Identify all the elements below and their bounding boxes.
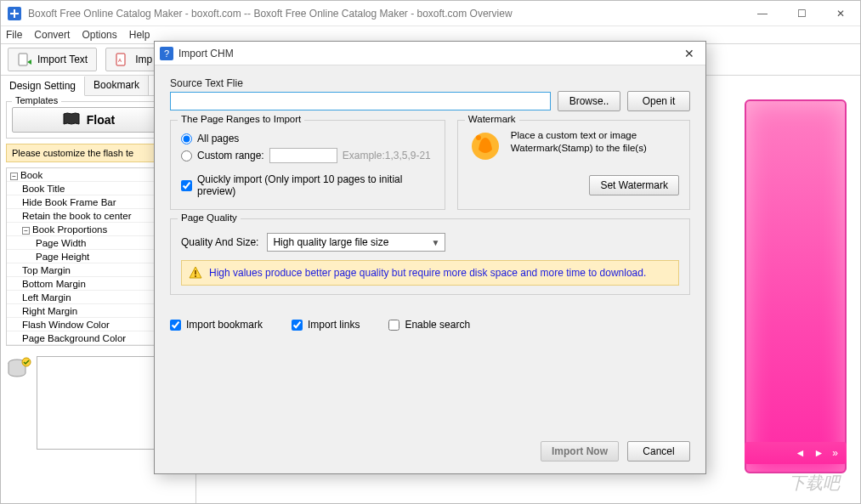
dialog-title: Import CHM <box>178 48 678 59</box>
quick-import-checkbox[interactable]: Quickly import (Only import 10 pages to … <box>181 173 434 197</box>
tab-design-setting[interactable]: Design Setting <box>1 76 85 96</box>
svg-rect-2 <box>14 9 15 18</box>
watermark-group: Watermark Place a custom text or image W… <box>457 120 690 210</box>
watermark-brand: 下载吧 <box>789 472 840 495</box>
dialog-help-icon: ? <box>160 47 173 60</box>
browse-button[interactable]: Browse.. <box>558 91 620 111</box>
tree-bottom-margin[interactable]: Bottom Margin <box>7 279 161 289</box>
tree-right-margin[interactable]: Right Margin <box>7 306 161 316</box>
import-text-button[interactable]: Import Text <box>8 48 97 71</box>
titlebar: Boxoft Free Online Catalog Maker - boxof… <box>1 1 860 26</box>
quality-size-select[interactable]: High quality large file size ▼ <box>267 233 445 252</box>
page-quality-group: Page Quality Quality And Size: High qual… <box>170 218 690 295</box>
svg-text:A: A <box>118 58 122 63</box>
dialog-titlebar: ? Import CHM ✕ <box>155 42 705 65</box>
quality-size-label: Quality And Size: <box>181 236 258 248</box>
flipbook-preview[interactable] <box>745 99 847 473</box>
watermark-description: Place a custom text or image Watermark(S… <box>511 129 647 155</box>
custom-range-input[interactable] <box>269 148 337 163</box>
watermark-icon <box>468 129 502 163</box>
svg-point-9 <box>476 135 481 140</box>
import-bookmark-checkbox[interactable]: Import bookmark <box>170 319 263 331</box>
import-pdf-icon: A <box>115 52 130 67</box>
app-icon <box>8 7 21 20</box>
tree-hide-frame[interactable]: Hide Book Frame Bar <box>7 197 161 207</box>
tree-page-bg[interactable]: Page Background Color <box>7 333 161 343</box>
tree-book-title[interactable]: Book Title <box>7 184 161 194</box>
minimize-button[interactable]: ― <box>743 1 782 26</box>
import-links-checkbox[interactable]: Import links <box>292 319 360 331</box>
tree-page-height[interactable]: Page Height <box>7 252 161 262</box>
svg-rect-10 <box>195 270 196 275</box>
open-it-button[interactable]: Open it <box>627 91 690 111</box>
maximize-button[interactable]: ☐ <box>782 1 821 26</box>
import-text-icon <box>17 52 32 67</box>
svg-rect-11 <box>195 275 196 277</box>
custom-range-example: Example:1,3,5,9-21 <box>343 150 431 161</box>
next-page-icon[interactable]: ► <box>813 447 824 459</box>
import-now-button[interactable]: Import Now <box>541 441 619 462</box>
page-ranges-legend: The Page Ranges to Import <box>178 114 304 124</box>
window-title: Boxoft Free Online Catalog Maker - boxof… <box>28 8 743 20</box>
quality-info-banner: High values produce better page quality … <box>181 260 679 286</box>
cancel-button[interactable]: Cancel <box>627 441 690 462</box>
template-select-button[interactable]: Float <box>12 107 166 133</box>
import-chm-dialog: ? Import CHM ✕ Source Text Flie Browse..… <box>154 41 706 474</box>
enable-search-checkbox[interactable]: Enable search <box>388 319 470 331</box>
page-ranges-group: The Page Ranges to Import All pages Cust… <box>170 120 445 210</box>
tree-book[interactable]: Book <box>20 170 42 180</box>
menu-convert[interactable]: Convert <box>34 29 70 41</box>
last-page-icon[interactable]: » <box>832 447 838 459</box>
chevron-down-icon: ▼ <box>431 238 439 247</box>
tab-bookmark[interactable]: Bookmark <box>85 76 149 95</box>
menu-file[interactable]: File <box>6 29 22 41</box>
warning-icon <box>189 266 202 280</box>
menu-help[interactable]: Help <box>129 29 150 41</box>
source-file-input[interactable] <box>170 92 551 110</box>
menu-options[interactable]: Options <box>82 29 116 41</box>
tree-retain[interactable]: Retain the book to center <box>7 211 161 221</box>
page-quality-legend: Page Quality <box>178 212 241 223</box>
custom-range-radio[interactable]: Custom range: Example:1,3,5,9-21 <box>181 148 434 163</box>
all-pages-radio[interactable]: All pages <box>181 133 434 144</box>
templates-legend: Templates <box>12 95 61 105</box>
database-icon[interactable] <box>6 356 31 382</box>
tree-top-margin[interactable]: Top Margin <box>7 265 161 275</box>
svg-rect-3 <box>19 54 27 65</box>
tree-proportions[interactable]: Book Proportions <box>32 224 107 235</box>
close-button[interactable]: ✕ <box>821 1 860 26</box>
dialog-close-button[interactable]: ✕ <box>678 45 700 62</box>
tree-page-width[interactable]: Page Width <box>7 238 161 248</box>
watermark-legend: Watermark <box>465 114 519 124</box>
book-icon <box>63 112 80 128</box>
flipbook-toolbar: ◄ ► » <box>745 442 847 464</box>
prev-page-icon[interactable]: ◄ <box>796 447 806 459</box>
tree-flash-color[interactable]: Flash Window Color <box>7 320 161 330</box>
tree-left-margin[interactable]: Left Margin <box>7 292 161 303</box>
source-file-label: Source Text Flie <box>170 77 690 89</box>
set-watermark-button[interactable]: Set Watermark <box>589 175 679 195</box>
